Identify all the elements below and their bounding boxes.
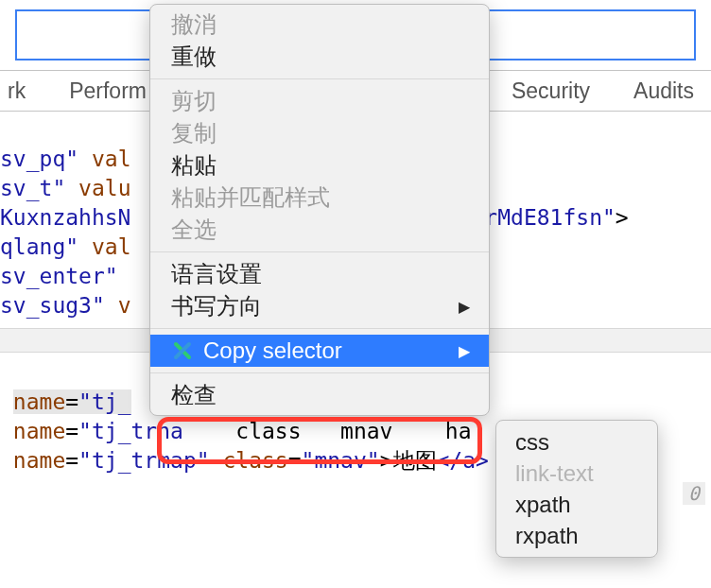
code-frag: name [13, 419, 65, 443]
ctx-label: 书写方向 [171, 291, 262, 321]
tab-audits[interactable]: Audits [626, 78, 711, 104]
code-line: KuxnzahhsN [0, 205, 130, 230]
code-frag: "tj_ [78, 389, 130, 414]
code-frag: name [13, 448, 65, 473]
code-line: sv_enter" [0, 264, 118, 288]
chevron-right-icon: ▶ [459, 298, 470, 316]
ctx-label: 粘贴 [171, 150, 217, 181]
submenu-rxpath[interactable]: rxpath [496, 520, 657, 551]
code-frag: val [78, 147, 130, 171]
ctx-separator [150, 328, 489, 329]
ctx-label: 检查 [171, 380, 217, 410]
ctx-direction[interactable]: 书写方向 ▶ [150, 290, 489, 322]
ctx-copy-selector[interactable]: Copy selector ▶ [150, 335, 489, 367]
ctx-label: 复制 [171, 118, 217, 148]
ctx-lang[interactable]: 语言设置 [150, 258, 489, 290]
code-line: sv_sug3" [0, 293, 105, 318]
chevron-right-icon: ▶ [459, 342, 470, 360]
ctx-label: 粘贴并匹配样式 [171, 182, 330, 213]
ctx-label: 剪切 [171, 86, 217, 116]
code-line: qlang" [0, 234, 78, 259]
ctx-redo[interactable]: 重做 [150, 41, 489, 73]
ctx-label: 语言设置 [171, 259, 262, 289]
ctx-label: 重做 [171, 42, 217, 72]
code-line: sv_pq" [0, 147, 78, 171]
ctx-separator [150, 372, 489, 373]
code-text: 地图 [393, 448, 437, 473]
code-frag: class [210, 448, 288, 473]
code-frag: > [616, 205, 629, 230]
code-frag: "tj_trha [78, 419, 183, 443]
ctx-inspect[interactable]: 检查 [150, 379, 489, 411]
context-menu: 撤消 重做 剪切 复制 粘贴 粘贴并匹配样式 全选 语言设置 书写方向 ▶ Co… [149, 4, 490, 416]
code-frag: val [78, 234, 130, 259]
submenu-xpath[interactable]: xpath [496, 489, 657, 520]
code-frag: > [380, 448, 393, 473]
tab-partial-performance[interactable]: Perform [61, 78, 154, 104]
code-line: sv_t" [0, 176, 65, 200]
copy-selector-submenu: css link-text xpath rxpath [495, 420, 658, 558]
ctx-select-all[interactable]: 全选 [150, 214, 489, 246]
submenu-link-text[interactable]: link-text [496, 458, 657, 489]
ctx-label: Copy selector [203, 337, 342, 364]
code-frag: </a> [437, 448, 489, 473]
code-frag: valu [65, 176, 130, 200]
code-frag: "mnav" [302, 448, 380, 473]
ctx-paste[interactable]: 粘贴 [150, 149, 489, 182]
code-frag: class mnav ha [183, 419, 472, 443]
ctx-undo[interactable]: 撤消 [150, 9, 489, 41]
extension-icon [171, 339, 194, 362]
code-frag: name [13, 389, 65, 414]
ctx-cut[interactable]: 剪切 [150, 85, 489, 117]
ctx-separator [150, 78, 489, 79]
ctx-copy[interactable]: 复制 [150, 117, 489, 149]
code-frag: rMdE81fsn" [484, 205, 615, 230]
ctx-separator [150, 251, 489, 252]
code-frag: "tj_trmap" [78, 448, 209, 473]
submenu-css[interactable]: css [496, 426, 657, 458]
ctx-paste-match[interactable]: 粘贴并匹配样式 [150, 182, 489, 214]
tab-partial-network[interactable]: rk [0, 78, 33, 104]
match-count: 0 [683, 482, 705, 505]
tab-security[interactable]: Security [504, 78, 598, 104]
ctx-label: 撤消 [171, 9, 217, 40]
ctx-label: 全选 [171, 215, 217, 245]
code-frag: v [105, 293, 131, 318]
